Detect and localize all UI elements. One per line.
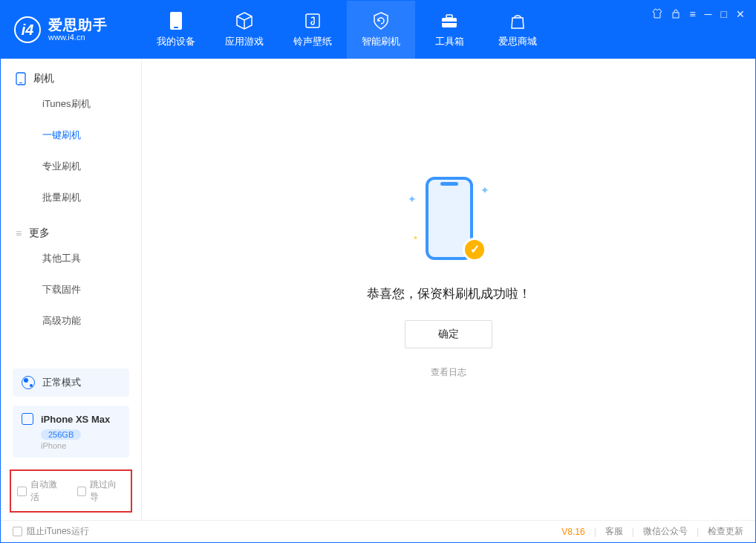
checkbox-block-itunes[interactable]: 阻止iTunes运行	[13, 525, 89, 538]
checkbox-auto-activate[interactable]: 自动激活	[17, 478, 65, 504]
device-name: iPhone XS Max	[41, 414, 110, 425]
nav-label: 我的设备	[157, 35, 195, 48]
svg-rect-4	[446, 15, 452, 18]
checkbox-label: 跳过向导	[90, 478, 125, 504]
checkbox-icon	[17, 487, 27, 496]
sidebar-group-more: ≡ 更多	[1, 213, 141, 243]
device-storage-badge: 256GB	[41, 429, 81, 440]
lock-icon[interactable]	[671, 8, 680, 20]
sidebar-item-other[interactable]: 其他工具	[1, 243, 141, 274]
svg-point-7	[729, 519, 733, 523]
logo-area: i4 爱思助手 www.i4.cn	[1, 16, 142, 43]
nav-toolbox[interactable]: 工具箱	[415, 1, 483, 59]
maximize-icon[interactable]: □	[721, 8, 727, 20]
mode-icon	[22, 376, 35, 389]
checkbox-icon	[77, 487, 87, 496]
svg-rect-6	[673, 13, 679, 18]
success-illustration: ✦ ✦ • ✓	[408, 171, 489, 267]
view-log-link[interactable]: 查看日志	[431, 366, 466, 379]
toolbox-icon	[440, 11, 459, 30]
svg-rect-1	[174, 27, 178, 28]
device-card[interactable]: iPhone XS Max 256GB iPhone	[13, 406, 129, 458]
svg-rect-2	[306, 14, 319, 27]
nav-my-device[interactable]: 我的设备	[142, 1, 210, 59]
mode-card[interactable]: 正常模式	[13, 368, 129, 397]
nav-ringtone[interactable]: 铃声壁纸	[278, 1, 347, 59]
minimize-icon[interactable]: ─	[705, 8, 712, 20]
check-badge-icon: ✓	[463, 238, 486, 261]
checkbox-label: 阻止iTunes运行	[27, 525, 89, 538]
version-label: V8.16	[561, 527, 584, 537]
sidebar-item-pro[interactable]: 专业刷机	[1, 151, 141, 182]
nav-store[interactable]: 爱思商城	[483, 1, 552, 59]
nav-label: 爱思商城	[498, 35, 537, 48]
svg-rect-5	[442, 22, 457, 23]
sparkle-icon: ✦	[408, 193, 417, 205]
success-panel: ✦ ✦ • ✓ 恭喜您，保资料刷机成功啦！ 确定 查看日志	[367, 171, 531, 379]
sidebar-item-advanced[interactable]: 高级功能	[1, 305, 141, 336]
bag-icon	[508, 11, 527, 30]
nav-label: 应用游戏	[225, 35, 264, 48]
download-icon[interactable]: ↓	[691, 513, 711, 532]
sidebar-group-flash: 刷机	[1, 59, 141, 88]
header-actions: ↓	[691, 513, 740, 532]
checkbox-label: 自动激活	[30, 478, 65, 504]
logo-icon: i4	[14, 16, 41, 43]
phone-outline-icon	[16, 72, 26, 85]
nav-label: 智能刷机	[362, 35, 400, 48]
checkbox-icon	[13, 527, 22, 536]
nav-apps[interactable]: 应用游戏	[210, 1, 278, 59]
menu-icon[interactable]: ≡	[689, 8, 695, 20]
footer: 阻止iTunes运行 V8.16 | 客服 | 微信公众号 | 检查更新	[1, 520, 755, 542]
success-message: 恭喜您，保资料刷机成功啦！	[367, 285, 531, 302]
confirm-button[interactable]: 确定	[405, 320, 492, 348]
sparkle-icon: •	[414, 232, 417, 244]
checkbox-row-highlighted: 自动激活 跳过向导	[10, 469, 132, 513]
device-phone-icon	[22, 413, 33, 425]
nav-flash[interactable]: 智能刷机	[347, 1, 415, 59]
sidebar-items-2: 其他工具 下载固件 高级功能	[1, 243, 141, 336]
app-window: i4 爱思助手 www.i4.cn 我的设备 应用游戏 铃声壁纸 智能刷机	[0, 0, 756, 543]
cube-icon	[235, 11, 254, 30]
main-content: ✦ ✦ • ✓ 恭喜您，保资料刷机成功啦！ 确定 查看日志	[142, 59, 755, 520]
nav-label: 铃声壁纸	[293, 35, 332, 48]
logo-text: 爱思助手 www.i4.cn	[48, 18, 108, 42]
shirt-icon[interactable]	[652, 8, 662, 20]
svg-rect-9	[19, 82, 22, 83]
device-icon	[166, 11, 186, 30]
footer-link-wechat[interactable]: 微信公众号	[643, 525, 688, 538]
mode-label: 正常模式	[42, 376, 81, 389]
sidebar-items-1: iTunes刷机 一键刷机 专业刷机 批量刷机	[1, 88, 141, 213]
device-type: iPhone	[41, 441, 120, 450]
close-icon[interactable]: ✕	[736, 8, 745, 20]
header: i4 爱思助手 www.i4.cn 我的设备 应用游戏 铃声壁纸 智能刷机	[1, 1, 755, 59]
sidebar-item-batch[interactable]: 批量刷机	[1, 182, 141, 213]
user-icon[interactable]	[721, 513, 740, 532]
titlebar-controls: ≡ ─ □ ✕	[652, 8, 745, 20]
group-title: 更多	[29, 227, 50, 240]
body: 刷机 iTunes刷机 一键刷机 专业刷机 批量刷机 ≡ 更多 其他工具 下载固…	[1, 59, 755, 520]
list-icon: ≡	[16, 227, 22, 239]
top-nav: 我的设备 应用游戏 铃声壁纸 智能刷机 工具箱 爱思商城	[142, 1, 552, 59]
nav-label: 工具箱	[435, 35, 464, 48]
app-subtitle: www.i4.cn	[48, 33, 108, 42]
sidebar-item-itunes[interactable]: iTunes刷机	[1, 88, 141, 120]
checkbox-skip-guide[interactable]: 跳过向导	[77, 478, 126, 504]
sidebar-item-firmware[interactable]: 下载固件	[1, 274, 141, 305]
sidebar-item-oneclick[interactable]: 一键刷机	[1, 120, 141, 151]
sparkle-icon: ✦	[480, 184, 489, 196]
sidebar: 刷机 iTunes刷机 一键刷机 专业刷机 批量刷机 ≡ 更多 其他工具 下载固…	[1, 59, 142, 520]
footer-link-support[interactable]: 客服	[605, 525, 623, 538]
app-title: 爱思助手	[48, 18, 108, 33]
group-title: 刷机	[33, 72, 54, 85]
shield-refresh-icon	[371, 11, 391, 30]
music-icon	[303, 11, 322, 30]
